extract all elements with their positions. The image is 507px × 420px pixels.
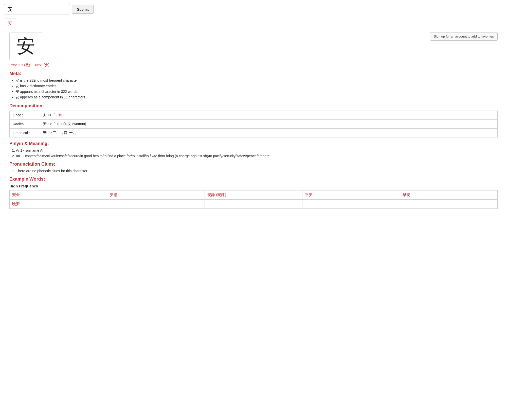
decomp-row-radical: Radical : 安 => 宀 (roof), 女 (woman)	[10, 120, 498, 129]
word-cell-empty-2	[205, 200, 302, 209]
nav-links: Previous (数) Next (少)	[9, 63, 498, 67]
submit-button[interactable]: Submit	[72, 5, 94, 14]
decomp-desc2-radical: (woman)	[71, 122, 86, 126]
decomp-red2-once: 女	[58, 113, 62, 117]
previous-link[interactable]: Previous (数)	[9, 63, 30, 67]
word-cell-5[interactable]: 早安	[400, 190, 498, 200]
decomp-red2-radical: 女	[68, 122, 71, 126]
decomp-plain-once: 安 =>	[43, 113, 53, 117]
decomp-label-radical: Radical :	[10, 120, 40, 129]
decomp-red1-once: 宀	[53, 113, 56, 117]
pronunciation-item-1: There are no phonetic clues for this cha…	[16, 169, 498, 173]
tab-bar: 安	[4, 19, 503, 28]
meta-list: 安 is the 232nd most frequent character. …	[9, 78, 498, 100]
meta-item-3: 安 appears as a character in 322 words.	[12, 90, 498, 94]
pinyin-item-1: An1 - surname An	[16, 148, 498, 152]
word-cell-2[interactable]: 安慰	[107, 190, 205, 200]
decomp-desc1-radical: (roof),	[56, 122, 68, 126]
decomp-value-radical: 安 => 宀 (roof), 女 (woman)	[40, 120, 498, 129]
favorites-button[interactable]: Sign up for an account to add to favorit…	[430, 32, 498, 41]
pronunciation-title: Pronunciation Clues:	[9, 162, 498, 167]
decomp-value-once: 安 => 宀, 女	[40, 111, 498, 120]
word-grid-row2: 晚安	[9, 200, 498, 209]
pinyin-list: An1 - surname An an1 - content/calm/stil…	[9, 148, 498, 158]
meta-item-4: 安 appears as a component in 11 character…	[12, 95, 498, 100]
character-display: 安	[9, 32, 42, 60]
decomp-row-once: Once : 安 => 宀, 女	[10, 111, 498, 120]
next-link[interactable]: Next (少)	[35, 63, 49, 67]
freq-label: High Frequency	[9, 184, 498, 188]
decomp-row-graphical: Graphical : 安 => 冖, 丶, 口, 一, 丿	[10, 129, 498, 137]
decomp-value-graphical: 安 => 冖, 丶, 口, 一, 丿	[40, 129, 498, 137]
word-cell-empty-3	[302, 200, 400, 209]
pinyin-title: Pinyin & Meaning:	[9, 141, 498, 146]
examples-title: Example Words:	[9, 177, 498, 182]
main-content: 安 Sign up for an account to add to favor…	[4, 28, 503, 213]
search-input[interactable]: 安	[4, 4, 70, 14]
word-cell-6[interactable]: 晚安	[10, 200, 107, 209]
meta-item-2: 安 has 2 dictionary entries.	[12, 84, 498, 89]
decomp-red1-radical: 宀	[53, 122, 56, 126]
meta-item-1: 安 is the 232nd most frequent character.	[12, 78, 498, 83]
decomp-label-once: Once :	[10, 111, 40, 120]
pronunciation-list: There are no phonetic clues for this cha…	[9, 169, 498, 173]
decomp-plain-graphical: 安 => 冖, 丶, 口, 一, 丿	[43, 131, 78, 135]
word-cell-4[interactable]: 平安	[302, 190, 400, 200]
decomp-plain-radical: 安 =>	[43, 122, 53, 126]
example-section: Example Words: High Frequency 安全 安慰 安静 (…	[9, 177, 498, 209]
word-cell-1[interactable]: 安全	[10, 190, 107, 200]
decomp-label-graphical: Graphical :	[10, 129, 40, 137]
word-grid-row1: 安全 安慰 安静 (安靜) 平安 早安	[9, 190, 498, 200]
word-cell-empty-1	[107, 200, 205, 209]
tab-an[interactable]: 安	[4, 19, 16, 28]
decomposition-table: Once : 安 => 宀, 女 Radical : 安 => 宀 (roof)…	[9, 111, 498, 137]
decomp-sep-once: ,	[56, 113, 58, 117]
meta-title: Meta:	[9, 71, 498, 76]
word-cell-3[interactable]: 安静 (安靜)	[205, 190, 302, 200]
pinyin-item-2: an1 - content/calm/still/quiet/safe/secu…	[16, 154, 498, 158]
word-cell-empty-4	[400, 200, 498, 209]
decomposition-title: Decomposition:	[9, 103, 498, 109]
